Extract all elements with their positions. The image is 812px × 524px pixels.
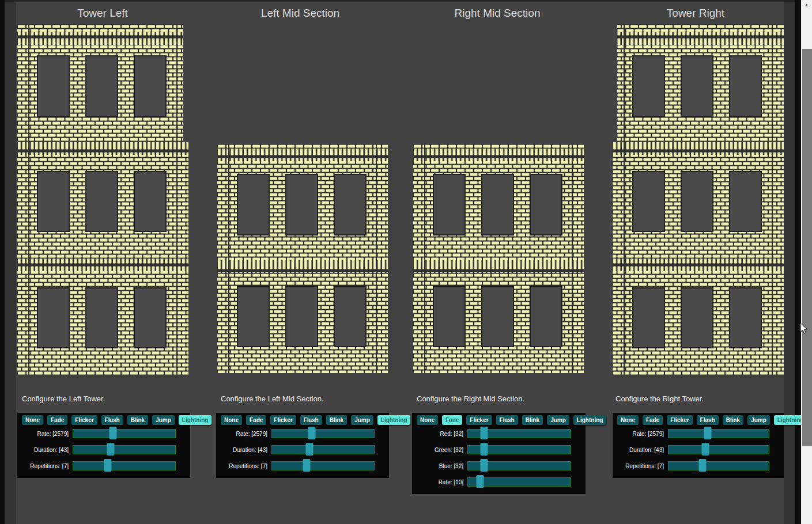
- slider-thumb-rate[interactable]: [704, 427, 711, 439]
- building-facade-right-mid: [413, 144, 584, 373]
- slider-thumb-repetitions[interactable]: [699, 459, 707, 472]
- slider-track-rate[interactable]: [668, 429, 769, 438]
- slider-row-rate: Rate: [2579]: [17, 427, 190, 440]
- config-label-right-tower: Configure the Right Tower.: [615, 394, 704, 403]
- tab-blink[interactable]: Blink: [326, 415, 347, 425]
- slider-track-repetitions[interactable]: [668, 461, 769, 470]
- window-right-frame: [784, 0, 795, 524]
- tab-none[interactable]: None: [22, 415, 43, 425]
- building-facade-tower-right: [613, 24, 784, 375]
- tab-none[interactable]: None: [617, 415, 639, 425]
- slider-thumb-duration[interactable]: [107, 443, 115, 455]
- slider-track-repetitions[interactable]: [271, 461, 375, 470]
- slider-track-rate[interactable]: [467, 477, 571, 487]
- slider-row-rate: Rate: [10]: [412, 476, 586, 488]
- slider-row-duration: Duration: [43]: [216, 443, 389, 456]
- slider-thumb-rate[interactable]: [477, 475, 484, 488]
- slider-track-red[interactable]: [467, 429, 571, 438]
- config-panel-right-mid: None Fade Flicker Flash Blink Jump Light…: [412, 413, 586, 494]
- config-label-left-tower: Configure the Left Tower.: [22, 394, 105, 403]
- tab-jump[interactable]: Jump: [152, 415, 175, 425]
- slider-row-green: Green: [32]: [412, 443, 586, 456]
- effect-tabs: None Fade Flicker Flash Blink Jump Light…: [613, 413, 784, 425]
- tab-jump[interactable]: Jump: [351, 415, 373, 425]
- slider-row-repetitions: Repetitions: [7]: [216, 460, 389, 472]
- column-title-left-mid-section: Left Mid Section: [214, 7, 387, 20]
- effect-tabs: None Fade Flicker Flash Blink Jump Light…: [216, 413, 389, 425]
- slider-thumb-repetitions[interactable]: [303, 459, 311, 472]
- slider-track-rate[interactable]: [73, 429, 176, 438]
- slider-track-blue[interactable]: [467, 461, 571, 470]
- tab-flicker[interactable]: Flicker: [71, 415, 97, 425]
- tab-fade[interactable]: Fade: [442, 415, 462, 425]
- tab-blink[interactable]: Blink: [723, 415, 743, 425]
- slider-track-duration[interactable]: [668, 445, 769, 454]
- tab-flash[interactable]: Flash: [496, 415, 518, 425]
- tab-fade[interactable]: Fade: [47, 415, 67, 425]
- tab-blink[interactable]: Blink: [127, 415, 148, 425]
- slider-row-red: Red: [32]: [412, 427, 586, 440]
- column-title-tower-left: Tower Left: [16, 7, 189, 20]
- tab-none[interactable]: None: [417, 415, 438, 425]
- vertical-scrollbar[interactable]: ▲: [801, 0, 812, 524]
- tab-flicker[interactable]: Flicker: [466, 415, 492, 425]
- slider-label-rate: Rate: [2579]: [613, 431, 668, 437]
- slider-track-duration[interactable]: [271, 445, 375, 454]
- slider-thumb-rate[interactable]: [308, 427, 316, 439]
- slider-track-duration[interactable]: [73, 445, 176, 454]
- slider-row-rate: Rate: [2579]: [216, 427, 389, 440]
- slider-thumb-blue[interactable]: [481, 459, 488, 472]
- config-label-right-mid: Configure the Right Mid Section.: [417, 394, 524, 403]
- column-title-tower-right: Tower Right: [609, 7, 782, 20]
- slider-thumb-rate[interactable]: [109, 427, 117, 439]
- slider-row-duration: Duration: [43]: [613, 443, 784, 456]
- tab-lightning[interactable]: Lightning: [377, 415, 411, 425]
- slider-label-blue: Blue: [32]: [412, 463, 467, 469]
- slider-label-rate: Rate: [10]: [412, 479, 467, 485]
- tab-flicker[interactable]: Flicker: [270, 415, 296, 425]
- slider-label-red: Red: [32]: [412, 431, 467, 437]
- slider-label-repetitions: Repetitions: [7]: [216, 463, 271, 469]
- slider-thumb-repetitions[interactable]: [104, 459, 112, 472]
- slider-thumb-duration[interactable]: [702, 443, 709, 455]
- slider-track-rate[interactable]: [271, 429, 375, 438]
- slider-label-green: Green: [32]: [412, 447, 467, 453]
- slider-label-duration: Duration: [43]: [216, 447, 271, 453]
- column-title-right-mid-section: Right Mid Section: [411, 7, 584, 20]
- tab-none[interactable]: None: [221, 415, 242, 425]
- tab-lightning[interactable]: Lightning: [179, 415, 212, 425]
- building-facade-tower-left: [17, 24, 188, 375]
- scrollbar-up-arrow-icon[interactable]: ▲: [801, 0, 812, 10]
- tab-flash[interactable]: Flash: [697, 415, 719, 425]
- scrollbar-thumb[interactable]: [802, 49, 812, 446]
- slider-row-repetitions: Repetitions: [7]: [17, 460, 190, 472]
- tab-jump[interactable]: Jump: [547, 415, 569, 425]
- slider-thumb-red[interactable]: [481, 427, 488, 439]
- slider-row-blue: Blue: [32]: [412, 460, 586, 472]
- slider-row-repetitions: Repetitions: [7]: [613, 460, 784, 472]
- slider-track-repetitions[interactable]: [73, 461, 176, 470]
- tab-lightning[interactable]: Lightning: [573, 415, 607, 425]
- slider-label-repetitions: Repetitions: [7]: [17, 463, 73, 469]
- tab-fade[interactable]: Fade: [643, 415, 663, 425]
- slider-row-rate: Rate: [2579]: [613, 427, 784, 440]
- tab-jump[interactable]: Jump: [747, 415, 770, 425]
- tab-flash[interactable]: Flash: [101, 415, 123, 425]
- config-panel-left-mid: None Fade Flicker Flash Blink Jump Light…: [216, 413, 389, 478]
- tab-blink[interactable]: Blink: [522, 415, 543, 425]
- tab-flash[interactable]: Flash: [300, 415, 322, 425]
- slider-thumb-green[interactable]: [481, 443, 488, 455]
- effect-tabs: None Fade Flicker Flash Blink Jump Light…: [412, 413, 586, 425]
- slider-label-rate: Rate: [2579]: [17, 431, 73, 437]
- slider-thumb-duration[interactable]: [306, 443, 314, 455]
- tab-flicker[interactable]: Flicker: [667, 415, 692, 425]
- config-panel-tower-left: None Fade Flicker Flash Blink Jump Light…: [17, 413, 190, 478]
- slider-label-duration: Duration: [43]: [17, 447, 73, 453]
- slider-label-duration: Duration: [43]: [613, 447, 668, 453]
- tab-fade[interactable]: Fade: [246, 415, 266, 425]
- slider-row-duration: Duration: [43]: [17, 443, 190, 456]
- building-facade-left-mid: [217, 144, 388, 373]
- slider-label-rate: Rate: [2579]: [216, 431, 271, 437]
- config-panel-tower-right: None Fade Flicker Flash Blink Jump Light…: [613, 413, 784, 478]
- slider-track-green[interactable]: [467, 445, 571, 454]
